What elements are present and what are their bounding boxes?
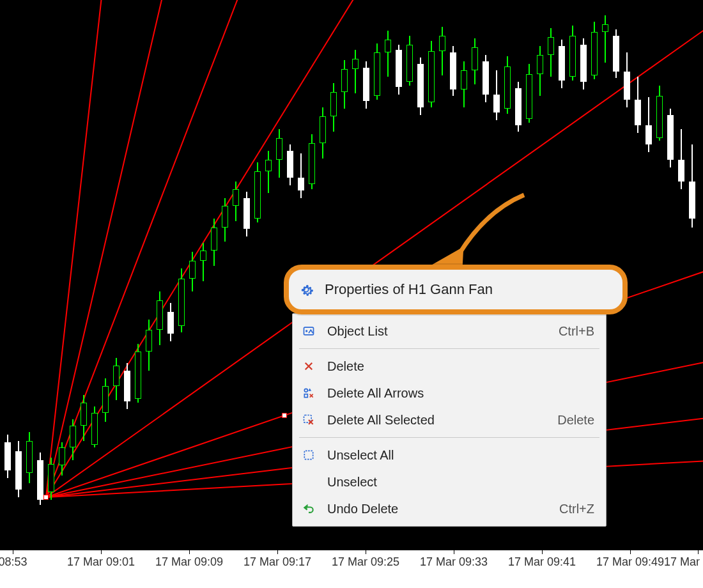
gear-icon	[299, 282, 313, 297]
menu-item-label: Delete	[327, 359, 594, 374]
x-tick	[366, 550, 366, 554]
x-axis-label: 17 Mar 09:57	[664, 555, 703, 569]
x-tick	[13, 550, 13, 554]
blank-icon	[302, 475, 316, 489]
x-tick	[542, 550, 543, 554]
x-axis-label: 08:53	[0, 555, 27, 569]
unselect-icon	[302, 448, 316, 462]
x-tick	[101, 550, 102, 554]
x-axis: 08:5317 Mar 09:0117 Mar 09:0917 Mar 09:1…	[0, 550, 703, 588]
objects-icon	[302, 324, 316, 338]
menu-separator	[299, 348, 599, 349]
menu-item[interactable]: Unselect All	[293, 442, 606, 468]
x-axis-label: 17 Mar 09:49	[596, 555, 664, 569]
selection-handle[interactable]	[282, 413, 287, 418]
menu-separator	[299, 437, 599, 438]
x-tick	[189, 550, 190, 554]
menu-item-label: Unselect All	[327, 448, 594, 463]
menu-item-label: Object List	[327, 324, 533, 339]
delete-sel-icon	[302, 413, 316, 427]
menu-item[interactable]: Delete All SelectedDelete	[293, 406, 606, 433]
x-axis-label: 17 Mar 09:25	[332, 555, 399, 569]
menu-item[interactable]: Delete	[293, 353, 606, 380]
svg-rect-14	[304, 451, 313, 459]
menu-item-label: Delete All Selected	[327, 413, 532, 428]
menu-item-shortcut: Ctrl+Z	[559, 502, 594, 516]
menu-item[interactable]: Undo DeleteCtrl+Z	[293, 495, 606, 522]
menu-item-label: Undo Delete	[327, 502, 534, 516]
menu-item-label: Properties of H1 Gann Fan	[325, 281, 493, 298]
svg-point-11	[304, 389, 307, 392]
menu-item-label: Delete All Arrows	[327, 386, 594, 401]
menu-item[interactable]: Delete All Arrows	[293, 380, 606, 406]
x-axis-label: 17 Mar 09:41	[508, 555, 576, 569]
svg-rect-12	[304, 394, 307, 398]
delete-icon	[302, 359, 316, 373]
menu-item[interactable]: Unselect	[293, 468, 606, 495]
menu-item-label: Unselect	[327, 475, 594, 490]
undo-icon	[302, 502, 316, 516]
menu-item-shortcut: Ctrl+B	[559, 324, 594, 339]
menu-item-shortcut: Delete	[557, 413, 594, 428]
callout-highlight: Properties of H1 Gann Fan	[284, 265, 628, 314]
x-axis-label: 17 Mar 09:01	[67, 555, 135, 569]
x-axis-label: 17 Mar 09:33	[420, 555, 488, 569]
menu-item[interactable]: Object ListCtrl+B	[293, 318, 606, 344]
arrows-icon	[302, 386, 316, 400]
x-tick	[454, 550, 454, 554]
svg-point-10	[305, 330, 307, 332]
x-axis-label: 17 Mar 09:09	[155, 555, 223, 569]
x-tick	[277, 550, 278, 554]
context-menu[interactable]: Object ListCtrl+BDeleteDelete All Arrows…	[292, 313, 606, 527]
selection-handle[interactable]	[43, 495, 49, 500]
x-axis-label: 17 Mar 09:17	[243, 555, 311, 569]
x-tick	[698, 550, 699, 554]
x-tick	[630, 550, 631, 554]
